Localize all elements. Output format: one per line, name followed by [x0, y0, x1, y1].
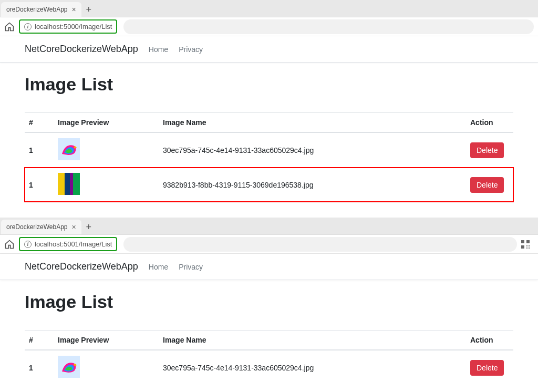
- image-table: #Image PreviewImage NameAction130ec795a-…: [25, 112, 513, 202]
- qr-icon[interactable]: [521, 240, 530, 249]
- table-header: Action: [466, 113, 513, 133]
- tab-title: oreDockerizeWebApp: [6, 223, 68, 231]
- image-name: 9382b913-f8bb-4319-9115-3069de196538.jpg: [159, 168, 466, 202]
- svg-rect-3: [526, 245, 527, 246]
- url-text: localhost:5001/Image/List: [35, 240, 112, 248]
- row-num: 1: [25, 168, 54, 202]
- image-thumbnail[interactable]: [58, 356, 80, 378]
- image-table: #Image PreviewImage NameAction130ec795a-…: [25, 330, 513, 385]
- address-input-rest[interactable]: [123, 237, 517, 252]
- tab-title: oreDockerizeWebApp: [6, 6, 68, 13]
- svg-rect-6: [529, 247, 530, 249]
- table-header: #: [25, 113, 54, 133]
- delete-button[interactable]: Delete: [470, 142, 504, 158]
- svg-rect-2: [521, 245, 524, 249]
- row-num: 1: [25, 350, 54, 385]
- table-header: Action: [466, 331, 513, 350]
- address-input-rest[interactable]: [123, 19, 534, 34]
- navbar: NetCoreDockerizeWebAppHomePrivacy: [0, 254, 538, 280]
- svg-rect-1: [526, 240, 530, 243]
- delete-button[interactable]: Delete: [470, 177, 504, 193]
- close-icon[interactable]: ×: [72, 223, 76, 231]
- table-row: 130ec795a-745c-4e14-9131-33ac605029c4.jp…: [25, 350, 513, 385]
- table-header: Image Name: [159, 331, 466, 350]
- page-title: Image List: [25, 292, 513, 312]
- close-icon[interactable]: ×: [72, 5, 76, 14]
- new-tab-button[interactable]: +: [81, 220, 96, 234]
- url-field[interactable]: ilocalhost:5001/Image/List: [19, 237, 117, 251]
- table-header: Image Name: [159, 113, 466, 133]
- nav-link-privacy[interactable]: Privacy: [179, 45, 203, 54]
- image-name: 30ec795a-745c-4e14-9131-33ac605029c4.jpg: [159, 350, 466, 385]
- url-text: localhost:5000/Image/List: [35, 23, 112, 30]
- image-thumbnail[interactable]: [58, 173, 80, 195]
- svg-rect-0: [521, 240, 524, 243]
- tab-bar: oreDockerizeWebApp×+: [0, 0, 538, 17]
- url-field[interactable]: ilocalhost:5000/Image/List: [19, 19, 117, 34]
- table-row: 19382b913-f8bb-4319-9115-3069de196538.jp…: [25, 168, 513, 202]
- image-preview-cell: [54, 168, 159, 202]
- browser-tab[interactable]: oreDockerizeWebApp×: [1, 2, 81, 17]
- info-icon: i: [24, 241, 32, 248]
- address-bar: ilocalhost:5001/Image/List: [0, 234, 538, 253]
- svg-rect-4: [529, 245, 530, 246]
- main-content: Image List#Image PreviewImage NameAction…: [17, 280, 521, 392]
- home-icon[interactable]: [4, 22, 15, 32]
- image-preview-cell: [54, 132, 159, 168]
- new-tab-button[interactable]: +: [81, 2, 96, 17]
- row-num: 1: [25, 132, 54, 168]
- browser-tab[interactable]: oreDockerizeWebApp×: [1, 220, 81, 234]
- nav-link-home[interactable]: Home: [149, 263, 168, 271]
- main-content: Image List#Image PreviewImage NameAction…: [17, 63, 521, 218]
- table-header: Image Preview: [54, 331, 159, 350]
- nav-link-privacy[interactable]: Privacy: [179, 263, 203, 271]
- image-name: 30ec795a-745c-4e14-9131-33ac605029c4.jpg: [159, 132, 466, 168]
- page-title: Image List: [25, 74, 513, 95]
- table-header: Image Preview: [54, 113, 159, 133]
- address-bar: ilocalhost:5000/Image/List: [0, 17, 538, 36]
- home-icon[interactable]: [4, 239, 15, 250]
- delete-button[interactable]: Delete: [470, 360, 504, 376]
- svg-rect-5: [526, 247, 527, 249]
- table-header: #: [25, 331, 54, 350]
- info-icon: i: [24, 23, 32, 30]
- table-row: 130ec795a-745c-4e14-9131-33ac605029c4.jp…: [25, 132, 513, 168]
- navbar: NetCoreDockerizeWebAppHomePrivacy: [0, 36, 538, 63]
- nav-link-home[interactable]: Home: [149, 45, 168, 54]
- brand[interactable]: NetCoreDockerizeWebApp: [25, 44, 138, 55]
- image-thumbnail[interactable]: [58, 138, 80, 160]
- image-preview-cell: [54, 350, 159, 385]
- tab-bar: oreDockerizeWebApp×+: [0, 218, 538, 234]
- brand[interactable]: NetCoreDockerizeWebApp: [25, 261, 138, 272]
